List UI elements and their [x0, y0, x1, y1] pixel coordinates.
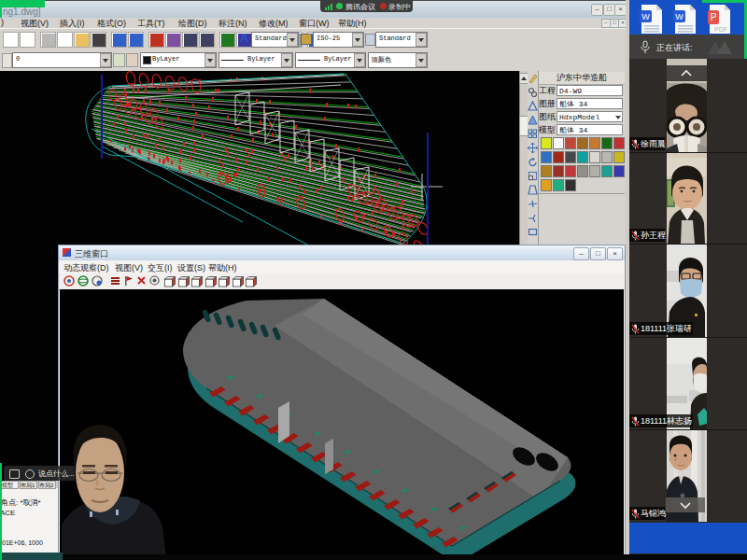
svg-text:PDF: PDF — [714, 26, 727, 33]
svg-text:W: W — [675, 12, 684, 21]
svg-text:W: W — [641, 12, 650, 21]
svg-text:P: P — [711, 12, 717, 22]
